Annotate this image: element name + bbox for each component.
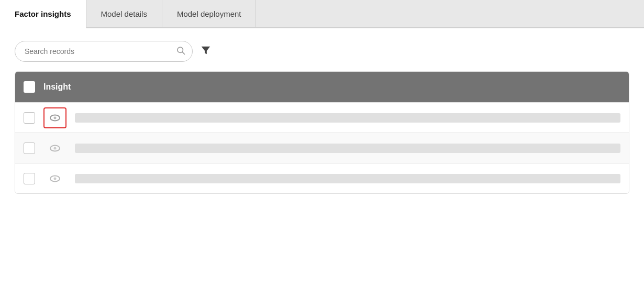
table-header: Insight [15,72,629,102]
row-checkbox-1[interactable] [24,112,35,124]
header-checkbox[interactable] [24,81,35,93]
insight-column-header: Insight [43,82,71,92]
eye-icon-wrap-2[interactable] [43,138,66,159]
row-content-bar-1 [75,113,620,123]
row-checkbox-3[interactable] [24,173,35,184]
search-wrapper [15,41,193,62]
eye-icon [49,142,61,155]
table-row [15,102,629,133]
eye-icon-wrap-3[interactable] [43,168,66,189]
tab-model-details[interactable]: Model details [86,0,162,27]
filter-icon[interactable] [200,45,212,59]
toolbar [15,41,629,62]
eye-icon [49,172,61,185]
table-row [15,133,629,163]
svg-point-5 [54,147,57,149]
tab-factor-insights-label: Factor insights [15,9,71,18]
svg-point-3 [54,116,57,119]
row-content-bar-3 [75,174,620,183]
eye-icon-highlighted-1[interactable] [43,107,66,128]
row-checkbox-2[interactable] [24,142,35,154]
tab-model-deployment-label: Model deployment [177,9,241,18]
tab-factor-insights[interactable]: Factor insights [0,0,86,28]
table-row [15,163,629,193]
svg-point-7 [54,177,57,180]
tab-model-details-label: Model details [101,9,147,18]
table-container: Insight [15,71,629,194]
row-content-bar-2 [75,144,620,153]
tabs-bar: Factor insights Model details Model depl… [0,0,644,28]
tab-model-deployment[interactable]: Model deployment [162,0,257,27]
content-area: Insight [0,28,644,285]
search-input[interactable] [15,41,193,62]
eye-icon [49,112,61,124]
